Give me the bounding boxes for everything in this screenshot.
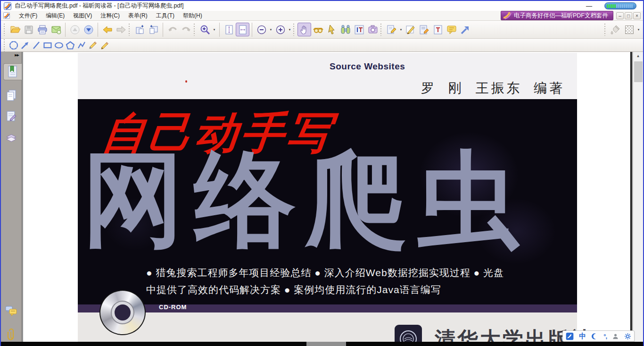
ime-user-icon[interactable] [612, 333, 619, 340]
drawing-toolbar [1, 39, 643, 52]
polygon-tool-button[interactable] [65, 40, 76, 51]
note-tool-button[interactable] [385, 23, 398, 36]
select-annotation-button[interactable] [325, 23, 339, 36]
sidebar-layers-tab[interactable] [3, 129, 19, 146]
open-file-button[interactable] [8, 23, 22, 36]
cover-purple-band: CD-ROM [78, 304, 577, 312]
redo-button[interactable] [179, 23, 193, 36]
menu-edit[interactable]: 编辑(E) [41, 11, 69, 21]
toolbar-grip [604, 24, 607, 36]
scroll-up-button[interactable]: ▲ [633, 52, 643, 60]
previous-page-button[interactable] [68, 23, 82, 36]
ime-fullwidth-moon-icon[interactable] [591, 333, 598, 340]
cover-main-title: 网络爬虫 [83, 147, 529, 251]
hand-tool-button[interactable] [297, 23, 311, 36]
go-forward-button[interactable] [114, 23, 128, 36]
read-mode-button[interactable] [311, 23, 325, 36]
zoom-in-button[interactable] [273, 23, 287, 36]
title-bar: 自己动手写网络爬虫.pdf - 福昕阅读器 - [自己动手写网络爬虫.pdf] … [1, 1, 643, 11]
share-link-button[interactable] [458, 23, 472, 36]
scrollbar-thumb[interactable] [634, 61, 643, 82]
opacity-pattern-button[interactable] [622, 23, 636, 36]
search-button[interactable] [339, 23, 352, 36]
battery-indicator [604, 2, 636, 9]
cover-top-region: Source Websites 罗 刚 王振东 编著 [78, 53, 577, 99]
ime-language-mode[interactable]: 中 [579, 332, 586, 341]
taskbar-peek-segment [306, 342, 346, 346]
toolbar-separator [65, 23, 66, 37]
email-button[interactable] [49, 23, 63, 36]
document-icon [3, 12, 10, 19]
toolbar-grip [4, 24, 6, 36]
toolbar-grip [380, 24, 383, 36]
insert-pages-button[interactable] [133, 23, 147, 36]
document-area: Source Websites 罗 刚 王振东 编著 自己动手写 网络爬虫 ● … [22, 52, 643, 346]
ime-settings-gear-icon[interactable] [624, 333, 631, 340]
promo-swoosh-icon [503, 12, 512, 19]
highlighter-tool-button[interactable] [99, 40, 110, 51]
snapshot-button[interactable] [366, 23, 380, 36]
select-text-button[interactable] [352, 23, 366, 36]
sidebar-attachments-tab[interactable] [3, 326, 19, 343]
cloud-tool-button[interactable] [8, 40, 19, 51]
promo-banner[interactable]: 电子商务好伴侣—福昕PDF文档套件 [501, 11, 613, 20]
ime-punctuation-toggle[interactable]: °, [603, 333, 607, 340]
child-restore-button[interactable]: □ [625, 12, 632, 19]
arrow-tool-button[interactable] [19, 40, 31, 51]
promo-banner-text: 电子商务好伴侣—福昕PDF文档套件 [514, 12, 608, 20]
child-minimize-button[interactable]: – [616, 12, 624, 19]
window-minimize-button[interactable]: — [586, 2, 592, 9]
oval-tool-button[interactable] [53, 40, 65, 51]
sidebar-expand-icon[interactable]: ▶▶ [15, 53, 19, 57]
marquee-zoom-dropdown[interactable]: ▼ [212, 23, 217, 36]
child-close-button[interactable]: × [633, 12, 641, 19]
toolbar-separator [98, 23, 98, 37]
pencil-draw-button[interactable] [87, 40, 99, 51]
bullet-line-1: ● 猎兔搜索工程师多年项目经验总结 ● 深入介绍Web数据挖掘实现过程 ● 光盘 [146, 264, 565, 281]
sidebar-pages-tab[interactable] [3, 87, 19, 104]
textbox-tool-button[interactable] [431, 23, 445, 36]
edit-document-button[interactable] [417, 23, 431, 36]
note-tool-dropdown[interactable]: ▼ [398, 23, 404, 36]
menu-tools[interactable]: 工具(T) [152, 11, 179, 21]
zoom-in-dropdown[interactable]: ▼ [287, 23, 292, 36]
go-back-button[interactable] [100, 23, 114, 36]
undo-button[interactable] [165, 23, 179, 36]
fit-page-button[interactable] [236, 23, 249, 36]
ime-toolbar: 中 °, [562, 330, 635, 342]
toolbar-grip [194, 24, 196, 36]
rectangle-tool-button[interactable] [42, 40, 53, 51]
cover-authors: 罗 刚 王振东 编著 [421, 79, 565, 97]
polyline-tool-button[interactable] [76, 40, 87, 51]
zoom-out-dropdown[interactable]: ▼ [268, 23, 273, 36]
fill-color-button[interactable] [609, 23, 622, 36]
pencil-tool-button[interactable] [404, 23, 417, 36]
opacity-dropdown[interactable]: ▼ [636, 23, 641, 36]
next-page-button[interactable] [82, 23, 95, 36]
cdrom-disc [99, 290, 146, 335]
zoom-out-button[interactable] [255, 23, 268, 36]
scan-artifact-dot [185, 80, 187, 83]
replace-pages-button[interactable] [147, 23, 160, 36]
marquee-zoom-button[interactable] [198, 23, 212, 36]
comment-tool-button[interactable] [445, 23, 458, 36]
sidebar-comments-tab[interactable] [3, 303, 19, 320]
menu-file[interactable]: 文件(F) [15, 11, 41, 21]
menu-help[interactable]: 帮助(H) [179, 11, 206, 21]
sidebar-bookmarks-tab[interactable] [3, 63, 22, 80]
menu-comment[interactable]: 注释(C) [96, 11, 124, 21]
app-window: 自己动手写网络爬虫.pdf - 福昕阅读器 - [自己动手写网络爬虫.pdf] … [0, 0, 644, 346]
cover-dark-region: 自己动手写 网络爬虫 ● 猎兔搜索工程师多年项目经验总结 ● 深入介绍Web数据… [78, 99, 577, 304]
menu-view[interactable]: 视图(V) [69, 11, 96, 21]
toolbar-grip [4, 39, 6, 51]
vertical-scrollbar[interactable]: ▲ [633, 52, 643, 346]
menu-form[interactable]: 表单(R) [124, 11, 152, 21]
sidebar-annotations-tab[interactable] [3, 108, 19, 125]
ime-logo-icon[interactable] [566, 332, 574, 340]
toolbar-separator [219, 23, 220, 37]
print-button[interactable] [35, 23, 49, 36]
save-button[interactable] [22, 23, 35, 36]
line-tool-button[interactable] [31, 40, 42, 51]
book-cover-photo: Source Websites 罗 刚 王振东 编著 自己动手写 网络爬虫 ● … [78, 53, 577, 346]
fit-width-button[interactable] [222, 23, 236, 36]
